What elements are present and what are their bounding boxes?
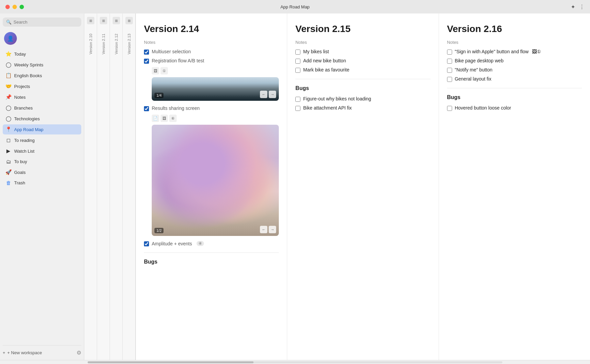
count-icon-badge: ⑥ xyxy=(169,115,177,122)
search-bar[interactable]: 🔍 xyxy=(3,18,81,27)
play-icon: ▶ xyxy=(5,148,11,154)
checklist-checkbox[interactable] xyxy=(295,50,300,55)
image-icon-badge: 🖼 xyxy=(152,67,159,74)
version-tab-212[interactable]: ⊞ Version 2.12 xyxy=(110,13,123,360)
sidebar: 🔍 👤 ⭐ Today ◯ Weekly Sprints 📋 English B… xyxy=(0,13,84,360)
sidebar-item-projects[interactable]: 🤝 Projects xyxy=(3,81,81,91)
trash-icon: 🗑 xyxy=(5,180,11,186)
checklist-checkbox[interactable] xyxy=(447,50,452,55)
checklist-checkbox[interactable] xyxy=(447,77,452,82)
checklist-checkbox[interactable] xyxy=(144,59,149,64)
minimize-button[interactable] xyxy=(12,5,17,9)
checklist-item: My bikes list xyxy=(295,49,430,55)
version-tab-expand-btn[interactable]: ⊞ xyxy=(87,17,94,24)
version-tab-expand-btn[interactable]: ⊞ xyxy=(100,17,107,24)
checklist-checkbox[interactable] xyxy=(447,59,452,64)
carousel-prev-button[interactable]: ← xyxy=(260,91,267,98)
search-icon: 🔍 xyxy=(6,20,11,25)
version-tab-213[interactable]: ⊞ Version 2.13 xyxy=(123,13,136,360)
technologies-icon: ◯ xyxy=(5,116,11,122)
traffic-lights xyxy=(5,5,24,9)
checklist-checkbox[interactable] xyxy=(144,241,149,246)
bottom-scrollbar[interactable] xyxy=(0,360,590,364)
version-215-notes-label: Notes xyxy=(295,40,430,45)
version-215-column: Version 2.15 Notes My bikes list Add new… xyxy=(287,13,439,360)
checklist-checkbox[interactable] xyxy=(295,106,300,111)
plus-icon: + xyxy=(3,350,5,355)
checklist-checkbox[interactable] xyxy=(447,106,452,111)
image-icon-badge: 🖼 xyxy=(160,115,168,122)
goals-icon: 🚀 xyxy=(5,169,11,175)
checklist-checkbox[interactable] xyxy=(295,97,300,102)
flowers-image xyxy=(152,125,279,236)
sidebar-item-goals[interactable]: 🚀 Goals xyxy=(3,167,81,177)
sidebar-item-trash[interactable]: 🗑 Trash xyxy=(3,178,81,188)
carousel-counter: 1/2 xyxy=(154,228,164,233)
version-tab-expand-btn[interactable]: ⊞ xyxy=(113,17,120,24)
version-214-bugs-title: Bugs xyxy=(144,259,279,265)
carousel-bg-flowers xyxy=(152,125,279,236)
amplitude-badge: ④ xyxy=(197,241,204,246)
checklist-checkbox[interactable] xyxy=(447,68,452,73)
signin-apple-text: "Sign in with Apple" button and flow 🖼① xyxy=(455,49,541,54)
count-icon-badge: ① xyxy=(160,67,168,74)
maximize-button[interactable] xyxy=(20,5,24,9)
scrollbar-thumb[interactable] xyxy=(88,361,254,363)
settings-icon[interactable]: ⚙ xyxy=(77,350,81,356)
sidebar-item-english-books[interactable]: 📋 English Books xyxy=(3,70,81,81)
version-214-title: Version 2.14 xyxy=(144,24,279,34)
checklist-item: Bike page desktop web xyxy=(447,58,582,64)
version-214-column: Version 2.14 Notes Multiuser selection R… xyxy=(136,13,287,360)
sidebar-item-to-reading[interactable]: ◻ To reading xyxy=(3,135,81,145)
search-input[interactable] xyxy=(13,20,78,25)
puzzle-icon[interactable]: ✦ xyxy=(571,4,575,10)
sidebar-item-branches[interactable]: ◯ Branches xyxy=(3,103,81,113)
item-icons: 📄 🖼 ⑥ xyxy=(152,115,279,122)
checklist-item: Hovered button loose color xyxy=(447,105,582,111)
version-215-title: Version 2.15 xyxy=(295,24,430,34)
checklist-item: Figure-out why bikes not loading xyxy=(295,96,430,102)
sidebar-item-app-road-map[interactable]: 📍 App Road Map xyxy=(3,124,81,134)
checklist-checkbox[interactable] xyxy=(144,50,149,55)
version-tab-211[interactable]: ⊞ Version 2.11 xyxy=(97,13,110,360)
app-body: 🔍 👤 ⭐ Today ◯ Weekly Sprints 📋 English B… xyxy=(0,13,590,360)
section-divider xyxy=(447,88,582,88)
window-title: App Road Map xyxy=(281,4,310,9)
carousel-next-button[interactable]: → xyxy=(269,226,276,233)
sidebar-item-technologies[interactable]: ◯ Technologies xyxy=(3,114,81,124)
section-divider xyxy=(295,79,430,79)
more-options-icon[interactable]: ⋮ xyxy=(579,4,585,10)
version-tab-210[interactable]: ⊞ Version 2.10 xyxy=(84,13,97,360)
close-button[interactable] xyxy=(5,5,10,9)
checklist-checkbox[interactable] xyxy=(295,59,300,64)
version-215-bugs-title: Bugs xyxy=(295,85,430,91)
scrollbar-track[interactable] xyxy=(88,361,502,363)
carousel-nav: ← → xyxy=(260,226,276,233)
branches-icon: ◯ xyxy=(5,105,11,111)
sidebar-item-notes[interactable]: 📌 Notes xyxy=(3,92,81,102)
book-icon: 📋 xyxy=(5,72,11,79)
sidebar-item-today[interactable]: ⭐ Today xyxy=(3,49,81,59)
checklist-item: "Sign in with Apple" button and flow 🖼① xyxy=(447,49,582,55)
version-216-title: Version 2.16 xyxy=(447,24,582,34)
sidebar-item-weekly-sprints[interactable]: ◯ Weekly Sprints xyxy=(3,60,81,70)
carousel-prev-button[interactable]: ← xyxy=(260,226,267,233)
version-216-column: Version 2.16 Notes "Sign in with Apple" … xyxy=(439,13,590,360)
checklist-item: Results sharing screen xyxy=(144,105,279,111)
sidebar-item-to-buy[interactable]: 🗂 To buy xyxy=(3,157,81,166)
new-workspace-button[interactable]: + + New workspace xyxy=(3,350,42,355)
version-tab-expand-btn[interactable]: ⊞ xyxy=(125,17,133,24)
checklist-checkbox[interactable] xyxy=(295,68,300,73)
forest-carousel[interactable]: 1/4 ← → xyxy=(152,77,279,101)
projects-icon: 🤝 xyxy=(5,83,11,89)
flowers-carousel[interactable]: 1/2 ← → xyxy=(152,125,279,236)
checklist-item: Add new bike button xyxy=(295,58,430,64)
star-icon: ⭐ xyxy=(5,51,11,57)
carousel-next-button[interactable]: → xyxy=(269,91,276,98)
checklist-item: "Notify me" button xyxy=(447,67,582,73)
sidebar-item-watch-list[interactable]: ▶ Watch List xyxy=(3,146,81,156)
notes-icon: 📌 xyxy=(5,94,11,100)
checklist-item: Amplitude + events ④ xyxy=(144,241,279,246)
checklist-checkbox[interactable] xyxy=(144,106,149,111)
version-tabs: ⊞ Version 2.10 ⊞ Version 2.11 ⊞ Version … xyxy=(84,13,136,360)
